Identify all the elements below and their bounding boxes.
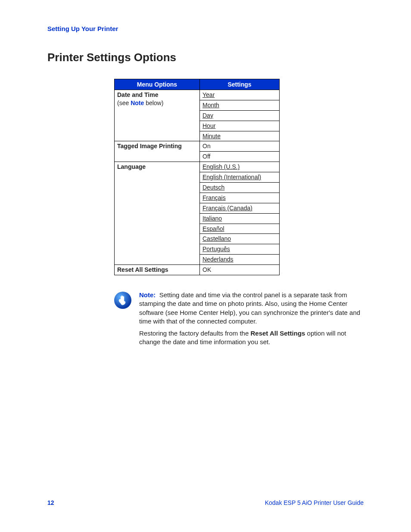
setting-value-cell[interactable]: Italiano: [200, 213, 280, 224]
menu-option-extra-post: below): [144, 100, 163, 106]
setting-value-cell: Off: [200, 152, 280, 162]
setting-value-cell[interactable]: Español: [200, 224, 280, 234]
guide-title: Kodak ESP 5 AiO Printer User Guide: [265, 499, 364, 506]
setting-value-cell[interactable]: Français (Canada): [200, 203, 280, 213]
col-header-menu: Menu Options: [115, 79, 200, 90]
table-row: Reset All SettingsOK: [115, 265, 280, 275]
page-footer: 12 Kodak ESP 5 AiO Printer User Guide: [47, 499, 364, 506]
menu-option-cell: Date and Time(see Note below): [115, 90, 200, 141]
setting-value-cell: On: [200, 141, 280, 152]
table-row: Date and Time(see Note below)Year: [115, 90, 280, 100]
setting-value-cell[interactable]: Day: [200, 110, 280, 121]
table-row: Tagged Image PrintingOn: [115, 141, 280, 152]
settings-table: Menu Options Settings Date and Time(see …: [114, 79, 280, 275]
menu-option-name: Language: [117, 163, 146, 170]
setting-value-cell[interactable]: Hour: [200, 121, 280, 131]
menu-option-note-link[interactable]: Note: [131, 100, 144, 106]
note-icon-wrap: [114, 291, 131, 350]
setting-value-cell[interactable]: Français: [200, 193, 280, 203]
menu-option-name: Tagged Image Printing: [117, 143, 182, 149]
settings-table-wrap: Menu Options Settings Date and Time(see …: [114, 79, 364, 275]
note-block: Note: Setting date and time via the cont…: [114, 291, 362, 350]
setting-value-cell[interactable]: Minute: [200, 131, 280, 141]
setting-value-cell[interactable]: Year: [200, 90, 280, 100]
menu-option-cell: Language: [115, 162, 200, 265]
note-label: Note:: [139, 291, 156, 299]
menu-option-extra-pre: (see: [117, 100, 131, 106]
menu-option-name: Date and Time: [117, 91, 158, 98]
page-number: 12: [47, 499, 54, 506]
col-header-settings: Settings: [200, 79, 280, 90]
table-row: LanguageEnglish (U.S.): [115, 162, 280, 172]
setting-value-cell[interactable]: Nederlands: [200, 255, 280, 265]
note-para1: Setting date and time via the control pa…: [139, 291, 360, 325]
menu-option-cell: Tagged Image Printing: [115, 141, 200, 162]
page: Setting Up Your Printer Printer Settings…: [0, 0, 411, 532]
section-header-link[interactable]: Setting Up Your Printer: [47, 25, 118, 32]
section-header: Setting Up Your Printer: [47, 25, 364, 33]
setting-value-cell[interactable]: Deutsch: [200, 183, 280, 193]
page-title: Printer Settings Options: [47, 51, 364, 64]
note-para2a: Restoring the factory defaults from the: [139, 330, 250, 337]
note-text: Note: Setting date and time via the cont…: [139, 291, 362, 350]
menu-option-name: Reset All Settings: [117, 266, 168, 273]
setting-value-cell[interactable]: Month: [200, 100, 280, 110]
note-para2-bold: Reset All Settings: [250, 330, 305, 337]
setting-value-cell[interactable]: English (International): [200, 172, 280, 183]
menu-option-cell: Reset All Settings: [115, 265, 200, 275]
setting-value-cell[interactable]: Português: [200, 244, 280, 255]
setting-value-cell[interactable]: English (U.S.): [200, 162, 280, 172]
setting-value-cell: OK: [200, 265, 280, 275]
setting-value-cell[interactable]: Castellano: [200, 234, 280, 244]
hand-icon: [114, 292, 131, 309]
